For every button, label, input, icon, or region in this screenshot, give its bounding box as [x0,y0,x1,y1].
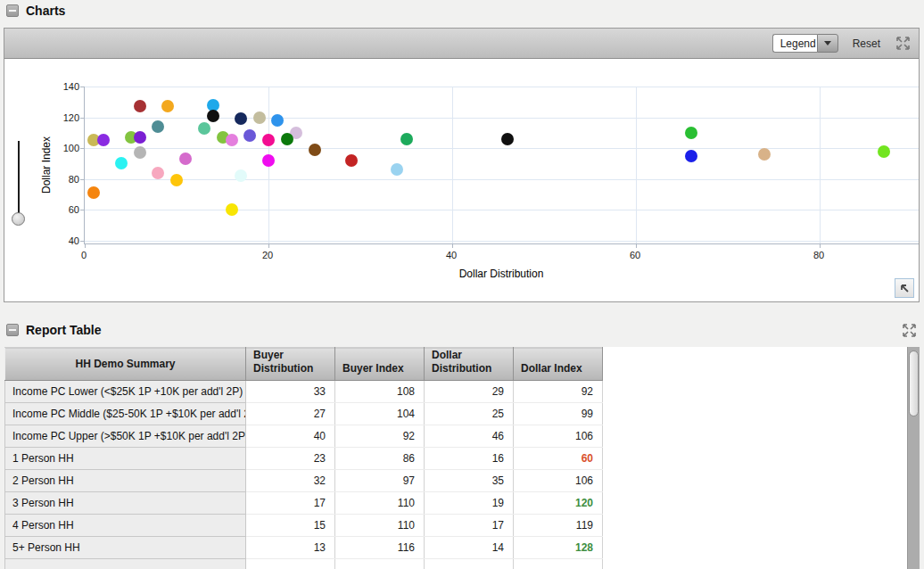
report-table: HH Demo Summary Buyer Distribution Buyer… [4,347,908,569]
filler-cell [603,425,908,448]
row-header-cell[interactable]: 3 Person HH [5,492,246,515]
row-header-cell[interactable]: Income PC Lower (<$25K 1P +10K per add'l… [5,381,246,403]
row-header-cell[interactable]: 1 Person HH [5,448,246,470]
scatter-point[interactable] [152,120,164,133]
x-tick-label: 0 [72,250,95,260]
scatter-point[interactable] [685,150,697,162]
row-header-cell [5,559,246,569]
scatter-point[interactable] [309,144,321,156]
report-section-header: Report Table [6,323,102,337]
scatter-point[interactable] [262,134,275,146]
legend-dropdown[interactable]: Legend [772,34,838,53]
column-header-dollar-index[interactable]: Dollar Index [514,348,603,381]
scatter-point[interactable] [391,163,403,176]
value-cell: 128 [514,537,603,559]
collapse-icon[interactable] [6,324,19,336]
scatter-point[interactable] [400,133,413,145]
axis-tick [80,210,84,210]
collapse-icon[interactable] [6,4,19,17]
filler-cell [603,537,908,559]
scatter-point[interactable] [170,174,183,186]
restore-chart-button[interactable] [895,278,914,298]
reset-button[interactable]: Reset [853,37,880,50]
value-cell: 116 [335,537,425,559]
scatter-point[interactable] [161,100,174,112]
table-row: Income PC Lower (<$25K 1P +10K per add'l… [5,381,908,403]
scatter-point[interactable] [501,133,514,145]
y-tick-label: 60 [51,204,79,215]
value-cell: 110 [335,515,425,537]
axis-tick [820,244,821,248]
table-scrollbar[interactable] [907,347,920,569]
table-row: Income PC Middle ($25-50K 1P +$10K per a… [5,403,908,425]
charts-section-title: Charts [26,4,65,18]
gridline [85,241,919,242]
report-section-title: Report Table [26,323,102,337]
scatter-point[interactable] [345,154,358,167]
value-cell [335,559,425,569]
filler-cell [603,515,908,537]
table-row: 4 Person HH1511017119 [5,515,908,537]
x-tick-label: 80 [807,250,830,260]
plot-area [84,87,919,244]
scatter-point[interactable] [226,203,238,216]
scatter-point[interactable] [253,111,266,124]
scatter-point[interactable] [134,131,146,144]
filler-cell [603,470,908,492]
y-axis-slider-handle[interactable] [12,212,25,226]
scatter-point[interactable] [281,133,293,145]
axis-tick [452,244,453,248]
row-header-cell[interactable]: Income PC Middle ($25-50K 1P +$10K per a… [5,403,246,425]
table-row: Income PC Upper (>$50K 1P +$10K per add'… [5,425,908,448]
column-header-dollar-distribution[interactable]: Dollar Distribution [425,348,514,381]
legend-dropdown-value[interactable]: Legend [772,34,817,53]
scatter-point[interactable] [243,129,256,142]
scatter-point[interactable] [758,148,771,161]
scatter-point[interactable] [97,134,110,146]
table-row: 1 Person HH23861660 [5,448,908,470]
scatter-point[interactable] [207,110,219,122]
scatter-point[interactable] [198,122,210,135]
scatter-point[interactable] [685,127,697,139]
scatter-point[interactable] [262,154,275,167]
row-header-cell[interactable]: 5+ Person HH [5,537,246,559]
scatter-point[interactable] [115,157,128,169]
column-header-hh-demo-summary[interactable]: HH Demo Summary [5,348,246,381]
column-header-buyer-index[interactable]: Buyer Index [335,348,425,381]
value-cell: 33 [246,381,335,403]
row-header-cell[interactable]: 2 Person HH [5,470,246,492]
y-tick-label: 120 [51,112,79,123]
value-cell: 17 [425,515,514,537]
scatter-point[interactable] [226,134,238,146]
value-cell: 27 [246,403,335,425]
row-header-cell[interactable]: 4 Person HH [5,515,246,537]
value-cell: 35 [425,470,514,492]
scatter-point[interactable] [134,146,146,159]
scatter-point[interactable] [235,112,247,125]
column-header-buyer-distribution[interactable]: Buyer Distribution [246,348,335,381]
scatter-point[interactable] [152,167,164,179]
value-cell: 25 [425,403,514,425]
chart-area: Dollar Index 406080100120140020406080 Do… [4,59,919,301]
value-cell: 97 [335,470,425,492]
row-header-cell[interactable]: Income PC Upper (>$50K 1P +$10K per add'… [5,425,246,448]
scatter-point[interactable] [87,186,100,199]
scatter-point[interactable] [271,114,284,127]
axis-tick [80,179,84,180]
scatter-point[interactable] [179,153,192,165]
table-scrollbar-thumb[interactable] [909,350,919,416]
axis-tick [80,118,84,119]
value-cell [514,559,603,569]
y-tick-label: 100 [51,143,79,153]
scatter-point[interactable] [235,169,247,182]
scatter-point[interactable] [134,100,146,112]
scatter-point[interactable] [878,145,890,158]
legend-dropdown-button[interactable] [817,34,838,53]
report-table-container: HH Demo Summary Buyer Distribution Buyer… [4,347,920,569]
chart-maximize-icon[interactable] [895,35,912,52]
gridline [85,148,919,149]
value-cell [603,559,908,569]
value-cell: 40 [246,425,335,448]
table-maximize-icon[interactable] [901,322,918,339]
column-header-filler [603,348,908,381]
